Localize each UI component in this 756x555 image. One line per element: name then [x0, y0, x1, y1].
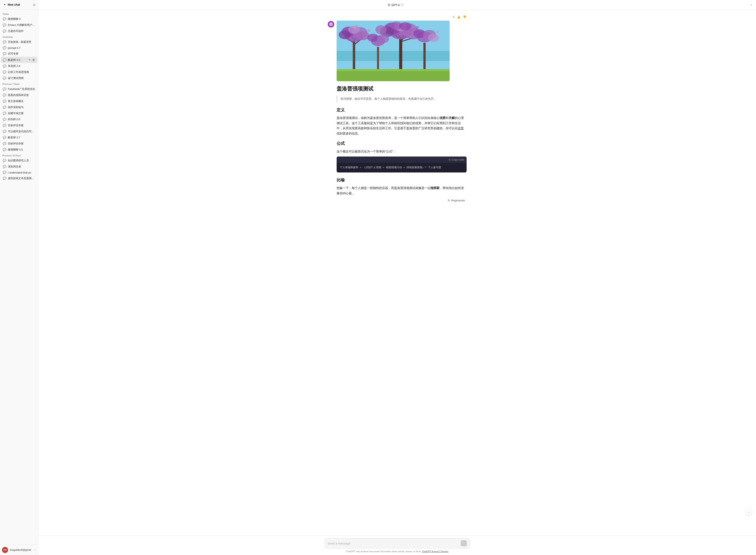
chat-icon: 💬: [3, 148, 6, 151]
nav-item-label: 仿写专家: [8, 52, 35, 55]
chat-icon: 💬: [3, 99, 6, 103]
sidebar-item[interactable]: 💬创建市场文案: [1, 110, 37, 116]
chat-icon: 💬: [3, 40, 6, 44]
chat-icon: 💬: [3, 24, 6, 27]
sidebar-item[interactable]: 💬酷老师 3.0✎🗑: [1, 57, 37, 63]
new-chat-button[interactable]: ＋ New chat: [2, 2, 21, 7]
code-block: ⎘ Copy code 个人幸福和效率 = （识别个人强项 + 根据强项行动 +…: [337, 157, 467, 173]
nav-item-label: Facebook广告系统优化: [8, 87, 35, 91]
sidebar: ＋ New chat ⊡ Today💬随便聊聊 4💬Emacs 大师解答用户问题…: [0, 0, 38, 555]
nav-item-label: 开始游戏 - 家庭背景: [8, 40, 35, 44]
avatar: ZH: [2, 547, 8, 553]
thumbup-button[interactable]: 👍: [457, 15, 461, 19]
copy-message-button[interactable]: ⎘: [453, 15, 455, 19]
disclaimer-link[interactable]: ChatGPT August 3 Version: [422, 550, 448, 553]
message-wrapper: ⎘ 👍 👎: [325, 15, 470, 208]
nav-item-label: 深刻洞见者: [8, 165, 35, 168]
content-blockquote: 星河渺渺，独自寻寻觅觅，每个人都是那独特的星辰，有着属于自己的光芒。: [337, 95, 467, 102]
svg-point-43: [416, 26, 419, 29]
message-input[interactable]: [328, 542, 459, 545]
sidebar-item[interactable]: 💬库老师 2.8: [1, 63, 37, 69]
sidebar-item[interactable]: 💬目标评估专家: [1, 140, 37, 146]
copy-icon: ⎘: [449, 158, 451, 161]
sidebar-item[interactable]: 💬记录工作喜恶情感: [1, 69, 37, 75]
chat-icon: 💬: [3, 52, 6, 55]
sidebar-item[interactable]: 💬目标评估专家: [1, 122, 37, 128]
sidebar-item[interactable]: 💬prompt 0.7: [1, 45, 37, 51]
sidebar-item[interactable]: 💬随便聊聊 4: [1, 16, 37, 22]
svg-point-42: [367, 29, 371, 33]
nav-item-label: 目标评估专家: [8, 142, 35, 145]
formula-heading: 公式: [337, 140, 467, 147]
assistant-avatar: [328, 21, 334, 28]
thumbdown-button[interactable]: 👎: [462, 15, 467, 19]
topbar: ⚙ GPT-4 ⓘ ↑: [38, 0, 756, 10]
send-button[interactable]: ↑: [461, 540, 467, 546]
nav-item-label: 酷老师 3.0: [8, 58, 27, 62]
regen-row: ↻ Regenerate: [337, 198, 467, 203]
nav-item-label: Emacs 大师解答用户问题: [8, 23, 35, 27]
sidebar-item[interactable]: 💬熬夜的原因和启发: [1, 92, 37, 98]
sidebar-item[interactable]: 💬可以循环迭代的仿写大师: [1, 128, 37, 134]
new-chat-label: New chat: [8, 3, 20, 6]
user-email: zhugulidou0@gmail: [10, 549, 32, 551]
definition-heading: 定义: [337, 106, 467, 113]
svg-point-22: [357, 31, 369, 40]
sidebar-item[interactable]: 💬知识图谱研究人员: [1, 158, 37, 164]
scroll-down-button[interactable]: ↓: [746, 509, 752, 515]
sidebar-item[interactable]: 💬I understand that yo: [1, 170, 37, 175]
sidebar-item[interactable]: 💬创作深刻短句: [1, 104, 37, 110]
analogy-paragraph: 想象一下，每个人都是一部独特的乐器，而盖洛普强项测试就像是一位指挥家，帮你找出如…: [337, 185, 467, 196]
sidebar-item[interactable]: 💬主题仿写创作: [1, 28, 37, 34]
svg-point-32: [375, 25, 387, 34]
sidebar-item[interactable]: 💬随便聊聊 3.5: [1, 146, 37, 153]
sidebar-item[interactable]: 💬Facebook广告系统优化: [1, 86, 37, 92]
topbar-right: ↑: [750, 2, 753, 8]
svg-point-39: [428, 34, 439, 42]
copy-code-button[interactable]: ⎘ Copy code: [449, 158, 464, 161]
section-label: Today: [0, 11, 38, 16]
chat-icon: 💬: [3, 124, 6, 127]
section-label: Yesterday: [0, 34, 38, 39]
model-info-button[interactable]: ⓘ: [401, 3, 404, 7]
chat-icon: 💬: [3, 165, 6, 168]
share-button[interactable]: ↑: [750, 2, 753, 8]
sidebar-item[interactable]: 💬设计测试用例: [1, 75, 37, 81]
code-content: 个人幸福和效率 = （识别个人强项 + 根据强项行动 + 持续发展强项）^ 个人…: [337, 163, 467, 173]
edit-chat-button[interactable]: ✎: [28, 58, 31, 62]
sidebar-toggle-button[interactable]: ⊡: [32, 2, 36, 7]
definition-paragraph: 盖洛普强项测试，或称为盖洛普优势咨询，是一个用来帮助人们识别自身核心优势和天赋的…: [337, 115, 467, 136]
chat-icon: 💬: [3, 142, 6, 145]
chat-icon: 💬: [3, 130, 6, 133]
sidebar-item[interactable]: 💬开始游戏 - 家庭背景: [1, 39, 37, 45]
svg-point-35: [377, 34, 389, 43]
nav-item-label: 主题仿写创作: [8, 29, 35, 33]
content-body: 定义 盖洛普强项测试，或称为盖洛普优势咨询，是一个用来帮助人们识别自身核心优势和…: [337, 106, 467, 196]
sidebar-nav: Today💬随便聊聊 4💬Emacs 大师解答用户问题💬主题仿写创作Yester…: [0, 9, 38, 545]
sidebar-toggle-icon: ⊡: [33, 3, 35, 6]
sidebar-item[interactable]: 💬Emacs 大师解答用户问题: [1, 22, 37, 28]
user-footer[interactable]: ZH zhugulidou0@gmail ···: [0, 545, 38, 555]
delete-chat-button[interactable]: 🗑: [32, 58, 35, 62]
nav-item-label: 目标评估专家: [8, 124, 35, 127]
nav-item-label: 设计测试用例: [8, 76, 35, 80]
nav-item-label: 创建市场文案: [8, 112, 35, 115]
sidebar-item[interactable]: 💬深刻洞见者: [1, 164, 37, 170]
chat-icon: 💬: [3, 87, 6, 91]
sidebar-item[interactable]: 💬药剂师 0.8: [1, 116, 37, 122]
assistant-content: 盖洛普强项测试 星河渺渺，独自寻寻觅觅，每个人都是那独特的星辰，有着属于自己的光…: [337, 20, 467, 203]
sidebar-header: ＋ New chat ⊡: [0, 0, 38, 9]
sidebar-item[interactable]: 💬仿写专家: [1, 51, 37, 57]
chat-area: ⎘ 👍 👎: [38, 10, 756, 536]
sidebar-item[interactable]: 💬复古游戏概念: [1, 98, 37, 104]
section-label: Previous 30 Days: [0, 153, 38, 158]
svg-point-34: [367, 34, 379, 42]
sidebar-item[interactable]: 💬酷老师 2.7: [1, 134, 37, 140]
regenerate-button[interactable]: ↻ Regenerate: [446, 198, 467, 203]
sidebar-item[interactable]: 💬虚拟游戏文本意愿测…: [1, 175, 37, 181]
nav-item-label: 随便聊聊 4: [8, 17, 35, 21]
chat-icon: 💬: [3, 177, 6, 180]
chat-icon: 💬: [3, 171, 6, 174]
here-link[interactable]: 这里: [458, 126, 464, 130]
nav-item-label: 库老师 2.8: [8, 64, 35, 68]
